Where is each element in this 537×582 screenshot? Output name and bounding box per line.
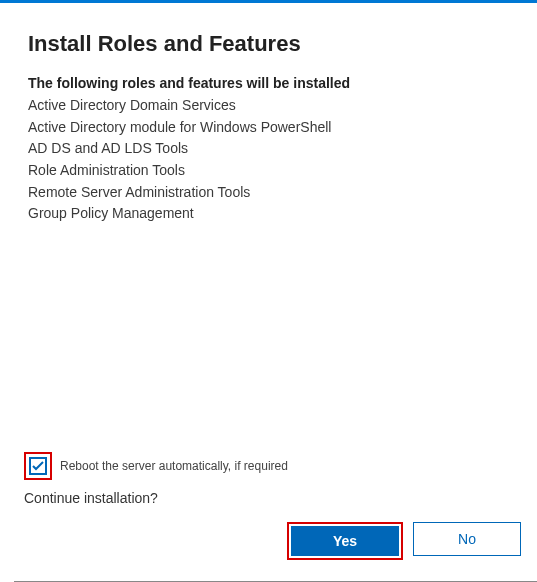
yes-button[interactable]: Yes bbox=[291, 526, 399, 556]
feature-list: Active Directory Domain Services Active … bbox=[28, 95, 517, 225]
list-item: Role Administration Tools bbox=[28, 160, 517, 182]
list-item: Active Directory Domain Services bbox=[28, 95, 517, 117]
list-item: AD DS and AD LDS Tools bbox=[28, 138, 517, 160]
dialog-title: Install Roles and Features bbox=[28, 31, 517, 57]
continue-prompt: Continue installation? bbox=[24, 490, 521, 506]
features-subhead: The following roles and features will be… bbox=[28, 75, 517, 91]
list-item: Group Policy Management bbox=[28, 203, 517, 225]
list-item: Active Directory module for Windows Powe… bbox=[28, 117, 517, 139]
reboot-checkbox[interactable] bbox=[29, 457, 47, 475]
list-item: Remote Server Administration Tools bbox=[28, 182, 517, 204]
check-icon bbox=[32, 461, 44, 471]
reboot-label: Reboot the server automatically, if requ… bbox=[60, 459, 288, 473]
no-button[interactable]: No bbox=[413, 522, 521, 556]
checkbox-highlight bbox=[24, 452, 52, 480]
yes-highlight: Yes bbox=[287, 522, 403, 560]
